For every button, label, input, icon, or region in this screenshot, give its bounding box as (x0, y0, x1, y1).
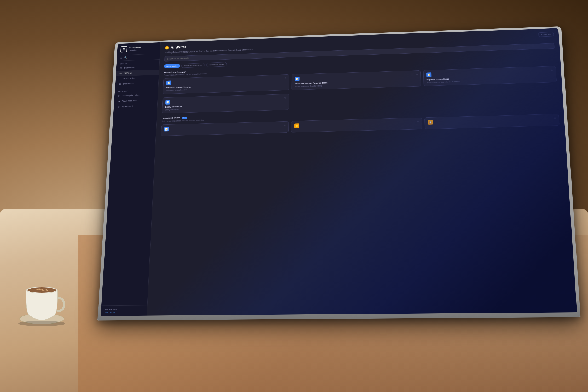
card-essay[interactable]: 📝 ☆ Essay Humanizer Essay Humanizer (162, 94, 289, 113)
svg-point-3 (18, 321, 65, 326)
card-hw1-icon: 📝 (164, 127, 169, 131)
logo-icon: ⊟ (122, 48, 125, 51)
ai-writer-icon: ✏ (119, 72, 122, 75)
sidebar-logo: ⊟ Undetectable Humanizer (117, 42, 160, 55)
sidebar-subscription-label: Subscription Plans (122, 94, 140, 97)
filter-tab-all[interactable]: All Templates (164, 64, 180, 68)
create-button[interactable]: Create A... (538, 32, 554, 37)
card-advanced[interactable]: 📝 ☆ Advanced Human Rewriter [Beta] Advan… (291, 70, 421, 90)
humanize-ai-section: Humanize AI Rewriter Convert your AI Gen… (162, 59, 558, 113)
sidebar-item-documents[interactable]: ▦ Documents › (115, 80, 158, 87)
filter-tab-humanized[interactable]: Humanized Writer (206, 62, 227, 67)
card-essay-icon: 📝 (165, 100, 170, 105)
card-hw1-star[interactable]: ☆ (284, 124, 286, 126)
filter-tab-humanize[interactable]: Humanize AI Rewriter (181, 63, 205, 68)
page-title-icon: ⭐ (165, 46, 169, 49)
main-content: ⭐ AI Writer Create A... Seeking that per… (147, 28, 577, 316)
logo-line2: Humanizer (129, 49, 141, 51)
subscription-icon: ◫ (118, 94, 120, 97)
my-account-icon: ◎ (117, 105, 120, 108)
card-hw2[interactable]: ⭐ ☆ (291, 118, 422, 133)
laptop: ⊟ Undetectable Humanizer ☰ 🔍 AI PANEL (97, 26, 581, 321)
sidebar-documents-label: Documents (123, 82, 134, 85)
view-credits-link[interactable]: View Credits (104, 311, 143, 313)
card-hw3-icon: 📋 (428, 120, 433, 124)
page-title: AI Writer (171, 45, 186, 49)
dashboard-icon: ⊞ (119, 67, 122, 69)
hamburger-icon[interactable]: ☰ (120, 56, 123, 59)
card-essay-star[interactable]: ☆ (284, 96, 286, 99)
card-balanced-icon: 📝 (166, 80, 171, 85)
sidebar-my-account-label: My Account (122, 105, 133, 108)
card-balanced[interactable]: 📝 ☆ Balanced Human Rewriter Balanced Hum… (163, 74, 289, 94)
plan-label: Plan: Pro Plan (105, 308, 143, 311)
card-advanced-star[interactable]: ☆ (416, 73, 418, 76)
sidebar-plan: Plan: Pro Plan View Credits (101, 305, 147, 316)
card-balanced-star[interactable]: ☆ (284, 77, 286, 80)
documents-icon: ▦ (118, 83, 121, 85)
card-hw3-star[interactable]: ☆ (554, 117, 556, 119)
logo-box: ⊟ (120, 46, 127, 52)
team-icon: ⊶ (117, 100, 120, 103)
sidebar-team-label: Team Members (122, 100, 137, 102)
sidebar-dashboard-label: Dashboard (124, 67, 135, 69)
screen-bezel: ⊟ Undetectable Humanizer ☰ 🔍 AI PANEL (101, 28, 577, 316)
card-improve[interactable]: 📝 ☆ Improve Human Score Improve Human Sc… (423, 66, 557, 86)
sidebar-ai-writer-label: AI Writer (124, 72, 132, 74)
content-area: ⭐ AI Writer Create A... Seeking that per… (147, 28, 576, 307)
coffee-cup (16, 264, 68, 327)
documents-arrow-icon: › (154, 82, 155, 84)
logo-text: Undetectable Humanizer (129, 47, 141, 51)
page-title-row: ⭐ AI Writer (165, 45, 186, 50)
card-advanced-icon: 📝 (295, 77, 300, 81)
card-hw1[interactable]: 📝 ☆ (161, 121, 289, 136)
sidebar-item-my-account[interactable]: ◎ My Account (114, 103, 157, 109)
card-hw2-star[interactable]: ☆ (417, 120, 419, 123)
card-improve-icon: 📝 (426, 72, 432, 77)
humanized-writer-title: Humanized Writer (162, 117, 180, 119)
card-hw2-icon: ⭐ (294, 123, 299, 128)
laptop-outer: ⊟ Undetectable Humanizer ☰ 🔍 AI PANEL (97, 26, 581, 321)
brand-voice-icon: ♪ (119, 77, 122, 80)
sidebar-brand-voice-label: Brand Voice (123, 77, 135, 80)
app-container: ⊟ Undetectable Humanizer ☰ 🔍 AI PANEL (101, 28, 577, 316)
card-improve-star[interactable]: ☆ (551, 69, 553, 71)
logo-line1: Undetectable (129, 47, 141, 49)
card-hw3[interactable]: 📋 ☆ (424, 114, 560, 129)
topbar-search-icon[interactable]: 🔍 (124, 56, 128, 59)
new-badge: New (182, 117, 187, 119)
